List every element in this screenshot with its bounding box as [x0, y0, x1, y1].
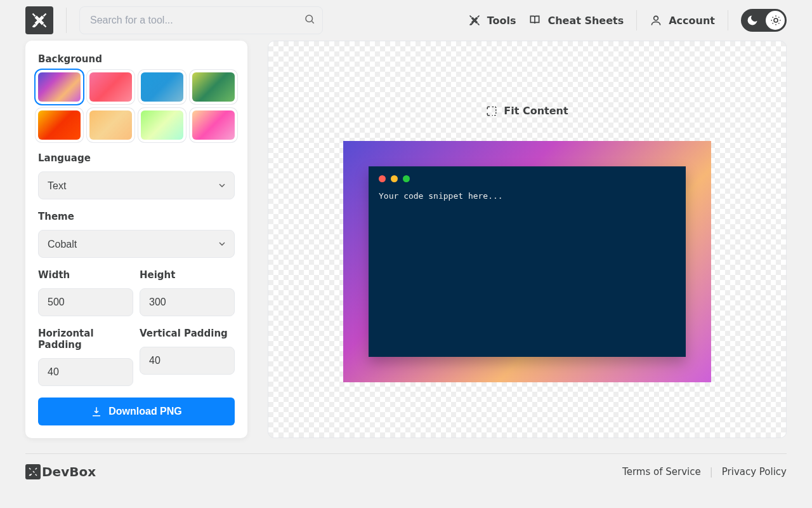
divider [728, 10, 728, 30]
download-label: Download PNG [108, 406, 182, 417]
settings-panel: Background Language Text Theme [25, 41, 247, 438]
label-height: Height [140, 269, 235, 281]
nav: Tools Cheat Sheets Account [468, 9, 787, 32]
nav-label: Tools [487, 15, 516, 27]
bg-swatch-2[interactable] [141, 72, 183, 102]
theme-select[interactable]: Cobalt [38, 230, 235, 258]
footer-links: Terms of Service | Privacy Policy [622, 466, 787, 478]
svg-point-0 [306, 15, 313, 22]
search-wrap [79, 6, 323, 34]
code-window[interactable]: Your code snippet here... [369, 166, 686, 357]
divider: | [710, 466, 713, 478]
svg-point-2 [774, 18, 778, 22]
search-input[interactable] [79, 6, 323, 34]
vpad-input[interactable] [140, 347, 235, 375]
user-icon [650, 14, 662, 27]
height-input[interactable] [140, 288, 235, 316]
brand-text: DevBox [42, 464, 96, 479]
divider [66, 8, 67, 33]
label-language: Language [38, 152, 235, 164]
preview-canvas: Fit Content Your code snippet here... [268, 41, 787, 438]
bg-swatch-7[interactable] [192, 110, 235, 140]
nav-tools[interactable]: Tools [468, 14, 516, 27]
header: Tools Cheat Sheets Account [0, 0, 812, 41]
traffic-yellow-icon [391, 175, 398, 182]
label-background: Background [38, 53, 235, 65]
label-theme: Theme [38, 211, 235, 222]
label-vpad: Vertical Padding [140, 328, 235, 339]
fit-content-button[interactable]: Fit Content [486, 105, 568, 117]
fit-label: Fit Content [504, 105, 568, 117]
nav-cheat-sheets[interactable]: Cheat Sheets [528, 14, 624, 27]
bg-swatch-6[interactable] [141, 110, 183, 140]
bg-swatch-5[interactable] [89, 110, 132, 140]
bg-swatch-4[interactable] [38, 110, 81, 140]
design-tools-icon [28, 467, 38, 477]
design-tools-icon [30, 11, 48, 29]
width-input[interactable] [38, 288, 133, 316]
traffic-green-icon [403, 175, 410, 182]
hpad-input[interactable] [38, 358, 133, 386]
traffic-red-icon [379, 175, 386, 182]
footer-privacy-link[interactable]: Privacy Policy [722, 466, 787, 478]
download-button[interactable]: Download PNG [38, 398, 235, 425]
nav-label: Account [669, 15, 715, 27]
moon-icon [746, 14, 759, 27]
logo[interactable] [25, 6, 53, 34]
label-width: Width [38, 269, 133, 281]
background-swatches [38, 72, 235, 140]
search-icon [304, 13, 315, 27]
sun-icon [770, 15, 782, 26]
bg-swatch-1[interactable] [89, 72, 132, 102]
window-traffic-lights [379, 175, 676, 182]
footer-tos-link[interactable]: Terms of Service [622, 466, 701, 478]
bg-swatch-3[interactable] [192, 72, 235, 102]
svg-point-1 [654, 16, 658, 20]
theme-toggle[interactable] [741, 9, 787, 32]
download-icon [91, 406, 102, 417]
book-icon [528, 14, 541, 27]
logo-mini [25, 464, 41, 479]
divider [636, 10, 637, 30]
nav-account[interactable]: Account [650, 14, 715, 27]
label-hpad: Horizontal Padding [38, 328, 133, 351]
footer: DevBox Terms of Service | Privacy Policy [25, 453, 787, 479]
snippet-frame[interactable]: Your code snippet here... [343, 141, 711, 382]
bg-swatch-0[interactable] [38, 72, 81, 102]
language-select[interactable]: Text [38, 171, 235, 199]
nav-label: Cheat Sheets [547, 15, 624, 27]
footer-brand[interactable]: DevBox [25, 464, 96, 479]
design-tools-icon [468, 14, 481, 27]
code-placeholder: Your code snippet here... [379, 191, 676, 201]
fit-icon [486, 105, 497, 117]
